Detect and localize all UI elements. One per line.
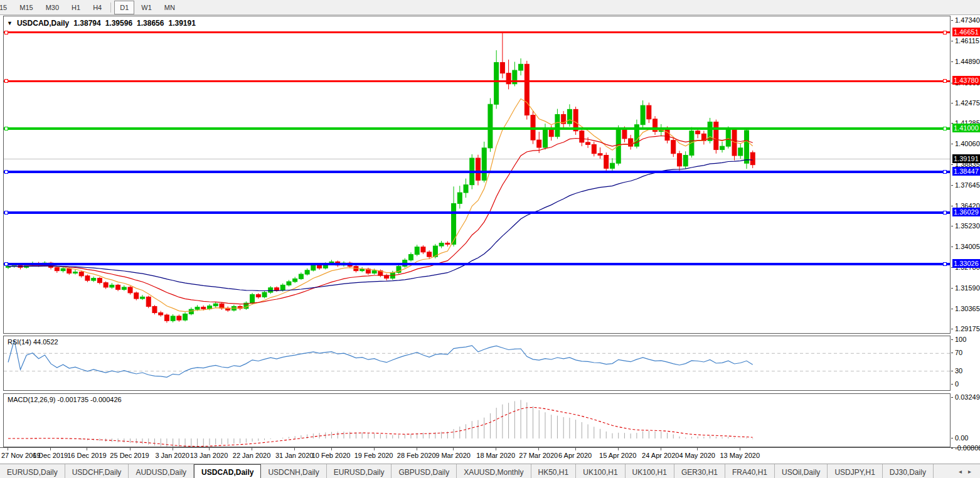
horizontal-line-1.41[interactable]	[4, 127, 950, 130]
chart-tab-usdcnh-daily[interactable]: USDCNH,Daily	[261, 464, 326, 478]
time-axis-label: 15 Apr 2020	[599, 452, 636, 459]
line-endpoint-marker	[943, 31, 947, 35]
chart-dropdown-icon[interactable]: ▼	[7, 20, 13, 26]
line-endpoint-marker	[943, 211, 947, 215]
timeframe-button-m30[interactable]: M30	[40, 1, 65, 14]
tab-scroll-right-icon[interactable]: ▸	[968, 468, 971, 475]
chart-tab-dj30-daily[interactable]: DJ30,Daily	[883, 464, 934, 478]
rsi-plot[interactable]	[4, 336, 950, 390]
time-axis-label: 13 May 2020	[720, 452, 760, 459]
macd-axis-label: 0.00	[955, 434, 968, 442]
price-badge-1.36029: 1.36029	[952, 208, 980, 216]
macd-axis-tick	[951, 438, 953, 438]
macd-label: MACD(12,26,9) -0.001735 -0.000426	[8, 396, 122, 403]
horizontal-line-1.4378[interactable]	[4, 80, 950, 82]
timeframe-button-w1[interactable]: W1	[136, 1, 157, 14]
price-axis-tick	[951, 206, 953, 206]
chart-tab-bar: EURUSD,DailyUSDCHF,DailyAUDUSD,DailyUSDC…	[0, 464, 980, 478]
time-axis-label: 18 Mar 2020	[476, 452, 515, 459]
rsi-axis-label: 30	[955, 367, 962, 374]
time-axis-label: 28 Feb 2020	[397, 452, 436, 459]
time-axis-label: 25 Dec 2019	[110, 452, 149, 459]
timeframe-button-h4[interactable]: H4	[87, 1, 107, 14]
time-axis-label: 10 Feb 2020	[312, 452, 351, 459]
timeframe-button-m15[interactable]: M15	[14, 1, 38, 14]
time-axis-tick	[173, 448, 173, 450]
toolbar-separator	[110, 3, 111, 13]
line-endpoint-marker	[4, 79, 8, 83]
mid-ma-line	[8, 136, 753, 304]
macd-indicator-panel[interactable]: MACD(12,26,9) -0.001735 -0.000426	[3, 393, 951, 447]
price-axis-tick	[951, 185, 953, 186]
horizontal-line-1.38447[interactable]	[4, 171, 950, 173]
macd-axis-tick	[951, 397, 953, 398]
rsi-axis-label: 0	[955, 380, 959, 388]
time-axis-tick	[130, 448, 130, 450]
time-axis-label: 6 Dec 2019	[33, 452, 68, 459]
time-axis-label: 6 Apr 2020	[558, 452, 592, 459]
horizontal-line-1.46651[interactable]	[4, 31, 950, 33]
tab-scroll-left-icon[interactable]: ◂	[959, 468, 962, 475]
ohlc-low: 1.38656	[137, 19, 164, 28]
rsi-axis-tick	[951, 339, 953, 340]
chart-tab-gbpusd-daily[interactable]: GBPUSD,Daily	[391, 464, 457, 478]
rsi-axis-tick	[951, 371, 953, 371]
price-axis-tick	[951, 20, 953, 21]
timeframe-button-d1[interactable]: D1	[114, 1, 134, 14]
chart-tab-hk50-h1[interactable]: HK50,H1	[531, 464, 577, 478]
timeframe-button-mn[interactable]: MN	[159, 1, 181, 14]
tab-nav: ◂▸	[950, 464, 980, 478]
price-axis-tick	[951, 329, 953, 329]
chart-tab-usdchf-daily[interactable]: USDCHF,Daily	[65, 464, 129, 478]
price-axis-label: 1.31590	[955, 284, 980, 292]
chart-tab-eurusd-daily[interactable]: EURUSD,Daily	[0, 464, 65, 478]
main-price-chart[interactable]	[3, 16, 951, 334]
chart-title: ▼ USDCAD,Daily 1.38794 1.39596 1.38656 1…	[7, 19, 196, 28]
chart-tab-fra40-h1[interactable]: FRA40,H1	[725, 464, 775, 478]
chart-tab-usoil-daily[interactable]: USOil,Daily	[775, 464, 828, 478]
time-axis-tick	[331, 448, 332, 450]
time-axis-tick	[618, 448, 619, 450]
time-axis: 27 Nov 20196 Dec 201916 Dec 201925 Dec 2…	[0, 447, 980, 464]
chart-tab-uk100-h1[interactable]: UK100,H1	[626, 464, 674, 478]
price-axis-tick	[951, 247, 953, 247]
rsi-label: RSI(14) 44.0522	[8, 338, 58, 346]
time-axis-tick	[50, 448, 51, 450]
price-badge-1.41000: 1.41000	[952, 124, 980, 132]
time-axis-tick	[697, 448, 698, 450]
chart-tab-audusd-daily[interactable]: AUDUSD,Daily	[129, 464, 194, 478]
time-axis-label: 16 Dec 2019	[67, 452, 106, 459]
line-endpoint-marker	[4, 262, 8, 266]
chart-tab-uk100-h1[interactable]: UK100,H1	[576, 464, 625, 478]
macd-axis-label: 0.032493	[955, 393, 980, 401]
time-axis-label: 19 Feb 2020	[354, 452, 393, 459]
rsi-indicator-panel[interactable]: RSI(14) 44.0522	[3, 336, 951, 391]
price-axis-tick	[951, 103, 953, 104]
time-axis-label: 31 Jan 2020	[275, 452, 314, 459]
time-axis-tick	[417, 448, 417, 450]
ohlc-open: 1.38794	[73, 19, 100, 28]
timeframe-button-15[interactable]: 15	[0, 1, 13, 14]
chart-tab-usdjpy-h1[interactable]: USDJPY,H1	[828, 464, 882, 478]
price-axis-tick	[951, 144, 953, 144]
line-endpoint-marker	[4, 31, 8, 35]
time-axis-label: 4 May 2020	[679, 452, 715, 459]
timeframe-button-h1[interactable]: H1	[66, 1, 86, 14]
time-axis-label: 24 Apr 2020	[642, 452, 679, 459]
macd-signal-line	[8, 407, 753, 446]
price-axis-label: 1.42475	[955, 99, 980, 107]
chart-tab-ger30-h1[interactable]: GER30,H1	[674, 464, 725, 478]
ohlc-close: 1.39191	[168, 19, 195, 28]
price-axis-label: 1.37645	[955, 181, 980, 189]
horizontal-line-1.36029[interactable]	[4, 211, 950, 214]
time-axis-tick	[538, 448, 539, 450]
chart-tab-eurusd-daily[interactable]: EURUSD,Daily	[327, 464, 392, 478]
candlestick-plot[interactable]	[4, 16, 950, 333]
chart-tab-xauusd-monthly[interactable]: XAUUSD,Monthly	[457, 464, 531, 478]
macd-plot[interactable]	[4, 394, 950, 447]
price-axis-tick	[951, 226, 953, 226]
horizontal-line-1.33026[interactable]	[4, 263, 950, 265]
line-endpoint-marker	[943, 79, 947, 83]
price-axis-label: 1.47340	[955, 16, 980, 24]
chart-tab-usdcad-daily[interactable]: USDCAD,Daily	[194, 464, 261, 478]
